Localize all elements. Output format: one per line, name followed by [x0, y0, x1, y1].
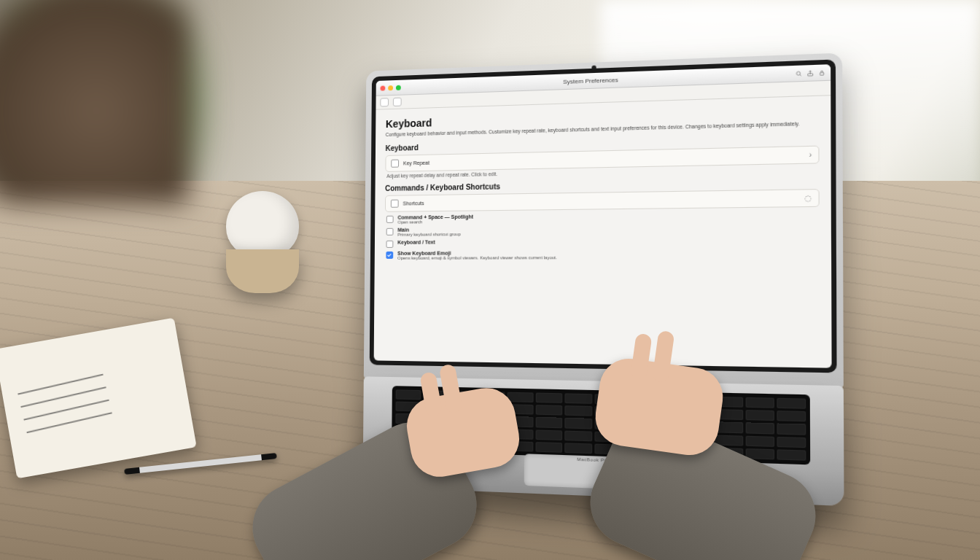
- laptop-screen: System Preferences Keyboa: [374, 64, 832, 368]
- laptop-lid: System Preferences Keyboa: [364, 52, 844, 389]
- svg-point-0: [796, 71, 800, 75]
- shortcuts-icon: [391, 199, 399, 207]
- keyboard-icon: [391, 159, 399, 167]
- hand-right: [591, 355, 726, 459]
- chevron-right-icon: ›: [809, 150, 812, 159]
- zoom-button[interactable]: [396, 85, 401, 90]
- close-button[interactable]: [380, 85, 385, 90]
- search-icon[interactable]: [794, 69, 802, 77]
- svg-rect-3: [820, 72, 823, 75]
- checkbox[interactable]: [386, 241, 394, 248]
- coffee-cup: [226, 191, 306, 300]
- key-repeat-label: Key Repeat: [403, 160, 429, 166]
- checkbox[interactable]: [386, 216, 394, 223]
- shortcuts-list: Command + Space — SpotlightOpen search M…: [386, 209, 820, 262]
- checkbox[interactable]: [386, 228, 394, 236]
- preferences-content: Keyboard Configure keyboard behavior and…: [375, 96, 831, 262]
- minimize-button[interactable]: [388, 85, 393, 90]
- photo-scene: System Preferences Keyboa: [0, 0, 980, 560]
- back-button[interactable]: [380, 98, 389, 106]
- svg-line-1: [799, 74, 801, 76]
- forward-button[interactable]: [393, 98, 402, 106]
- svg-rect-2: [807, 73, 812, 75]
- spinner-icon: ◌: [804, 193, 812, 202]
- person-shoulder: [0, 0, 190, 204]
- shortcuts-label: Shortcuts: [402, 201, 424, 206]
- list-item[interactable]: Show Keyboard EmojiOpens keyboard, emoji…: [386, 247, 820, 262]
- share-icon[interactable]: [806, 69, 814, 77]
- checkbox-checked[interactable]: [386, 252, 393, 259]
- lock-icon[interactable]: [817, 69, 825, 77]
